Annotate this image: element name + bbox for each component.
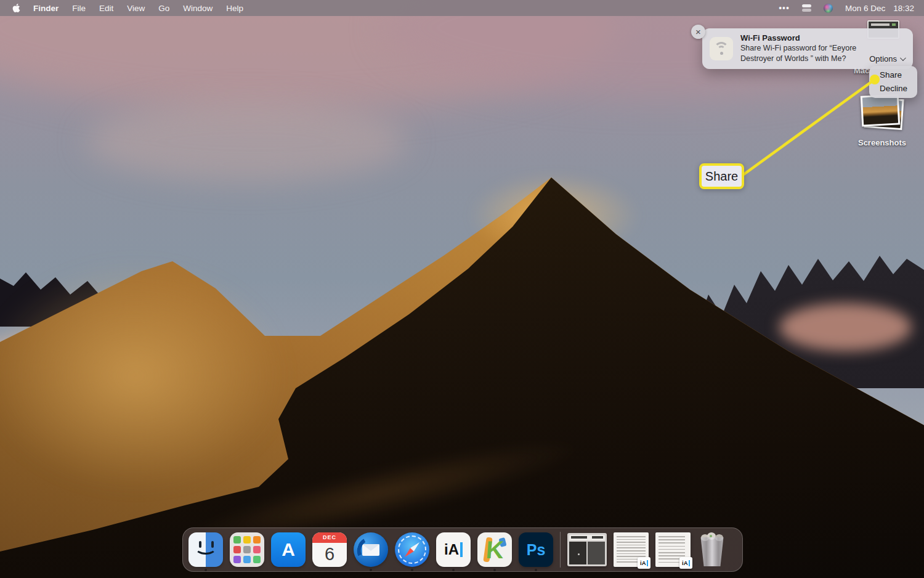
menu-bar: Finder File Edit View Go Window Help •••… (0, 0, 924, 16)
desktop-icon-screenshots[interactable] (861, 95, 903, 131)
document-thumbnail: iA (655, 532, 691, 567)
cloud (0, 0, 616, 111)
running-indicator (205, 569, 207, 571)
menu-bar-left: Finder File Edit View Go Window Help (0, 3, 250, 13)
notification-body-line2: Destroyer of Worlds ” with Me? (740, 54, 846, 63)
notification-close-button[interactable]: × (691, 25, 705, 39)
menu-item-window[interactable]: Window (176, 4, 219, 13)
dock: A DEC 6 iA K (182, 527, 743, 572)
menu-app-title[interactable]: Finder (26, 4, 65, 13)
menu-bar-status: ••• Mon 6 Dec 18:32 (779, 3, 924, 13)
clock-time: 18:32 (893, 4, 914, 13)
dock-item-safari[interactable] (395, 532, 429, 567)
share-callout: Share (699, 163, 744, 189)
desktop-wallpaper (0, 0, 924, 578)
dock-item-ia-writer[interactable]: iA (436, 532, 471, 567)
kaleidoscope-icon: K (477, 532, 512, 567)
finder-icon (188, 532, 223, 567)
running-indicator (452, 569, 455, 571)
dropdown-item-decline[interactable]: Decline (869, 82, 917, 96)
options-dropdown-menu: Share Decline (869, 66, 917, 98)
screenshots-label: Screenshots (845, 138, 919, 147)
thunderbird-icon (354, 532, 388, 567)
safari-icon (395, 532, 429, 567)
calendar-icon: DEC 6 (312, 532, 347, 567)
dock-item-launchpad[interactable] (230, 532, 264, 567)
dock-item-calendar[interactable]: DEC 6 (312, 532, 347, 567)
dock-minimized-window[interactable] (567, 533, 607, 566)
photoshop-icon: Ps (519, 532, 553, 567)
chevron-down-icon (900, 55, 906, 61)
clock-date: Mon 6 Dec (845, 4, 885, 13)
ia-writer-icon: iA (436, 532, 471, 567)
running-indicator (493, 569, 496, 571)
dock-item-thunderbird[interactable] (354, 532, 388, 567)
trash-icon (697, 532, 727, 568)
menu-item-file[interactable]: File (65, 4, 92, 13)
ia-writer-label: iA (444, 541, 459, 558)
options-label: Options (869, 54, 897, 63)
dock-separator (560, 532, 561, 568)
dropdown-item-share[interactable]: Share (869, 68, 917, 82)
cloud (86, 102, 407, 182)
dock-minimized-document-1[interactable]: iA (614, 532, 649, 567)
photo-stack-front (861, 94, 901, 126)
app-store-icon: A (271, 532, 306, 567)
dock-item-kaleidoscope[interactable]: K (477, 532, 512, 567)
launchpad-icon (230, 532, 264, 567)
dock-item-app-store[interactable]: A (271, 532, 306, 567)
notification-title: Wi-Fi Password (740, 33, 800, 43)
cursor-bar (460, 542, 463, 557)
calendar-day: 6 (312, 543, 347, 566)
k-letter: K (485, 537, 505, 562)
status-overflow-icon[interactable]: ••• (779, 3, 790, 13)
menu-bar-clock[interactable]: Mon 6 Dec 18:32 (845, 4, 914, 13)
minimized-window-thumbnail (567, 533, 607, 566)
control-center-icon[interactable] (802, 4, 811, 12)
wifi-password-notification[interactable]: Wi-Fi Password Share Wi-Fi password for … (702, 28, 913, 69)
menu-item-go[interactable]: Go (152, 4, 176, 13)
menu-item-edit[interactable]: Edit (92, 4, 120, 13)
document-thumbnail: iA (614, 532, 649, 567)
calendar-month: DEC (312, 532, 347, 543)
dock-item-photoshop[interactable]: Ps (519, 532, 553, 567)
macos-desktop: Finder File Edit View Go Window Help •••… (0, 0, 924, 578)
notification-body-line1: Share Wi-Fi password for “Eeyore (740, 44, 856, 52)
dock-item-finder[interactable] (188, 532, 223, 567)
running-indicator (535, 569, 537, 571)
menu-item-view[interactable]: View (120, 4, 152, 13)
running-indicator (411, 569, 413, 571)
running-indicator (370, 569, 372, 571)
wifi-icon (710, 37, 733, 60)
siri-icon[interactable] (824, 4, 833, 13)
menu-item-help[interactable]: Help (219, 4, 250, 13)
dune-patch-glow (0, 265, 283, 487)
options-button[interactable]: Options (869, 54, 904, 63)
ia-badge: iA (679, 557, 692, 569)
dock-minimized-document-2[interactable]: iA (655, 532, 691, 567)
dock-item-trash[interactable] (697, 532, 727, 568)
ia-badge: iA (638, 557, 650, 569)
apple-menu-icon[interactable] (6, 3, 26, 13)
